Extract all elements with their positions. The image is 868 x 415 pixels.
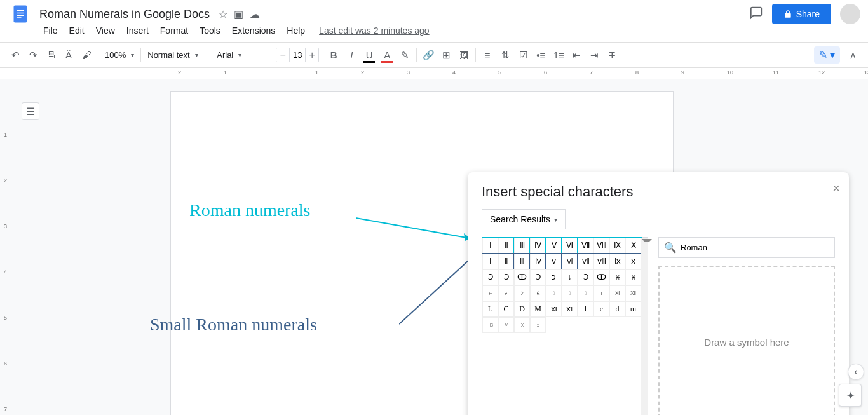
menu-help[interactable]: Help xyxy=(281,23,310,38)
char-cell[interactable]: ⅷ xyxy=(593,254,609,269)
zoom-select[interactable]: 100% xyxy=(101,48,138,62)
char-cell[interactable]: ↀ xyxy=(514,269,530,285)
char-cell[interactable]: Ⅵ xyxy=(562,238,578,254)
char-cell[interactable]: c xyxy=(593,301,609,317)
char-cell[interactable]: L xyxy=(482,301,498,317)
draw-symbol-area[interactable]: Draw a symbol here xyxy=(658,266,835,415)
explore-button[interactable]: ✦ xyxy=(839,384,862,407)
line-spacing-button[interactable]: ⇅ xyxy=(496,46,514,64)
char-cell[interactable] xyxy=(562,317,578,333)
char-cell[interactable]: Ⅺ xyxy=(609,285,625,301)
spellcheck-button[interactable]: Ă xyxy=(60,46,78,64)
char-cell[interactable]: Ⅲ xyxy=(514,238,530,254)
char-cell[interactable] xyxy=(546,317,562,333)
menu-edit[interactable]: Edit xyxy=(64,23,90,38)
char-cell[interactable]: Ↄ xyxy=(498,269,514,285)
char-cell[interactable]: ↄ xyxy=(546,269,562,285)
char-cell[interactable]: ⅺ xyxy=(546,301,562,317)
menu-file[interactable]: File xyxy=(38,23,63,38)
char-cell[interactable] xyxy=(593,317,609,333)
decrease-indent-button[interactable]: ⇤ xyxy=(567,46,585,64)
char-cell[interactable]: ⅵ xyxy=(562,254,578,269)
char-cell[interactable]: 𐆘 xyxy=(482,317,498,333)
char-cell[interactable]: Ⅸ xyxy=(609,238,625,254)
char-cell[interactable]: 𐆜 xyxy=(530,285,546,301)
menu-format[interactable]: Format xyxy=(155,23,193,38)
vertical-ruler[interactable]: 1234567 xyxy=(4,86,13,415)
share-button[interactable]: Share xyxy=(772,4,831,24)
menu-tools[interactable]: Tools xyxy=(194,23,226,38)
last-edit-link[interactable]: Last edit was 2 minutes ago xyxy=(319,25,430,36)
horizontal-ruler[interactable]: 21123456789101112131415161718 xyxy=(0,68,868,79)
undo-button[interactable]: ↶ xyxy=(6,46,24,64)
docs-logo[interactable] xyxy=(8,1,33,27)
bold-button[interactable]: B xyxy=(325,46,342,64)
char-cell[interactable]: ⅶ xyxy=(578,254,593,269)
char-cell[interactable]: m xyxy=(625,301,641,317)
italic-button[interactable]: I xyxy=(342,46,360,64)
char-cell[interactable]: Ⅷ xyxy=(593,238,609,254)
comments-icon[interactable] xyxy=(749,6,763,22)
search-input[interactable] xyxy=(681,243,829,252)
char-cell[interactable]: ↓ xyxy=(562,269,578,285)
char-cell[interactable]: Ⅱ xyxy=(498,238,514,254)
star-icon[interactable]: ☆ xyxy=(219,8,227,20)
bulleted-list-button[interactable]: •≡ xyxy=(532,46,550,64)
move-icon[interactable]: ▣ xyxy=(234,8,243,20)
char-cell[interactable]: ↀ xyxy=(593,269,609,285)
style-select[interactable]: Normal text xyxy=(144,48,207,62)
char-cell[interactable]: D xyxy=(514,301,530,317)
insert-comment-button[interactable]: ⊞ xyxy=(437,46,455,64)
char-cell[interactable]: ⅲ xyxy=(514,254,530,269)
char-cell[interactable]: 𐆛 xyxy=(514,285,530,301)
increase-indent-button[interactable]: ⇥ xyxy=(585,46,603,64)
char-cell[interactable]: 𐆗 xyxy=(498,317,514,333)
menu-extensions[interactable]: Extensions xyxy=(227,23,280,38)
char-cell[interactable]: Ⅴ xyxy=(546,238,562,254)
clear-format-button[interactable]: T xyxy=(603,46,621,64)
char-cell[interactable]: ⅰ xyxy=(482,254,498,269)
char-cell[interactable]: 𐆚 xyxy=(498,285,514,301)
grid-scrollbar[interactable] xyxy=(641,238,648,415)
underline-button[interactable]: U xyxy=(360,46,378,64)
collapse-toolbar-button[interactable]: ʌ xyxy=(844,46,862,64)
char-cell[interactable]: Ⅶ xyxy=(578,238,593,254)
numbered-list-button[interactable]: 1≡ xyxy=(550,46,567,64)
outline-toggle[interactable]: ☰ xyxy=(22,102,39,120)
char-cell[interactable]: 𐆙 xyxy=(482,285,498,301)
editing-mode-button[interactable]: ✎ ▾ xyxy=(814,46,840,64)
char-cell[interactable]: ⅱ xyxy=(498,254,514,269)
char-cell[interactable]: Ↄ xyxy=(530,269,546,285)
redo-button[interactable]: ↷ xyxy=(24,46,42,64)
font-size-increase[interactable]: + xyxy=(306,50,318,61)
char-cell[interactable]: 𐆖 xyxy=(514,317,530,333)
print-button[interactable]: 🖶 xyxy=(42,46,60,64)
char-cell[interactable]: 𐆟 xyxy=(578,285,593,301)
menu-view[interactable]: View xyxy=(91,23,120,38)
char-cell[interactable] xyxy=(609,317,625,333)
menu-insert[interactable]: Insert xyxy=(121,23,154,38)
text-color-button[interactable]: A xyxy=(378,46,396,64)
insert-image-button[interactable]: 🖼 xyxy=(455,46,473,64)
highlight-button[interactable]: ✎ xyxy=(396,46,414,64)
char-cell[interactable]: M xyxy=(530,301,546,317)
char-cell[interactable]: Ↄ xyxy=(578,269,593,285)
char-cell[interactable] xyxy=(625,317,641,333)
char-cell[interactable]: ⅸ xyxy=(609,254,625,269)
dialog-close-button[interactable]: × xyxy=(832,181,840,196)
char-cell[interactable]: d xyxy=(609,301,625,317)
font-select[interactable]: Arial xyxy=(213,48,270,62)
font-size-input[interactable] xyxy=(289,48,306,62)
char-cell[interactable]: C xyxy=(498,301,514,317)
char-cell[interactable]: ⅳ xyxy=(530,254,546,269)
insert-link-button[interactable]: 🔗 xyxy=(419,46,437,64)
char-cell[interactable]: ⅻ xyxy=(562,301,578,317)
doc-title[interactable]: Roman Numerals in Google Docs xyxy=(36,6,214,22)
char-cell[interactable]: 𐆕 xyxy=(530,317,546,333)
cloud-icon[interactable]: ☁ xyxy=(250,8,260,20)
checklist-button[interactable]: ☑ xyxy=(514,46,532,64)
char-cell[interactable]: Ↄ xyxy=(482,269,498,285)
align-button[interactable]: ≡ xyxy=(478,46,496,64)
side-panel-toggle[interactable]: ‹ xyxy=(848,364,864,380)
char-cell[interactable]: 𐆖 xyxy=(625,269,641,285)
